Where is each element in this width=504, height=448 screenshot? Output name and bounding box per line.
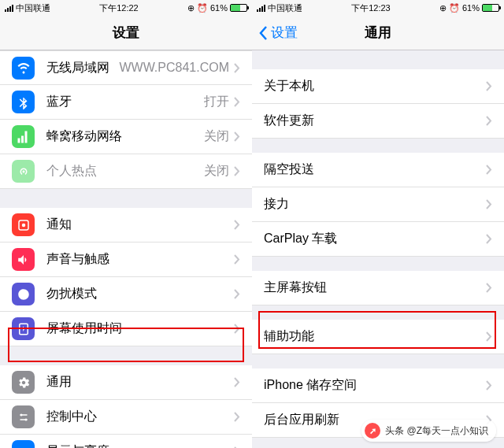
general-icon xyxy=(12,371,35,394)
cell-value: 关闭 xyxy=(204,163,229,180)
dnd-icon xyxy=(12,283,35,305)
cell-label: 软件更新 xyxy=(264,113,486,129)
status-time: 下午12:23 xyxy=(351,2,391,14)
cell-control[interactable]: 控制中心 xyxy=(0,400,252,435)
cell-label: 隔空投送 xyxy=(264,161,486,178)
cell-hotspot[interactable]: 个人热点 关闭 xyxy=(0,154,252,189)
status-time: 下午12:22 xyxy=(99,2,139,14)
cell-label: 通知 xyxy=(46,217,234,233)
cell-cellular[interactable]: 蜂窝移动网络 关闭 xyxy=(0,120,252,154)
cell-label: 无线局域网 xyxy=(46,60,119,76)
chevron-icon xyxy=(234,254,240,265)
back-button[interactable]: 设置 xyxy=(258,24,298,42)
screentime-icon xyxy=(12,317,35,340)
status-bar: 中国联通 下午12:22 ⊕ ⏰61% xyxy=(0,0,252,16)
cell-label: iPhone 储存空间 xyxy=(264,377,486,394)
cell-value: WWW.PC841.COM xyxy=(119,61,229,75)
cell-item[interactable]: 软件更新 xyxy=(252,104,504,139)
cell-label: 声音与触感 xyxy=(46,251,234,268)
alarm-icon: ⊕ ⏰ xyxy=(187,3,208,13)
chevron-icon xyxy=(234,97,240,107)
alarm-icon: ⊕ ⏰ xyxy=(439,3,460,13)
watermark: ➚ 头条 @Z每天一点小知识 xyxy=(361,420,496,442)
battery-percent: 61% xyxy=(462,3,480,13)
cell-sound[interactable]: 声音与触感 xyxy=(0,243,252,277)
chevron-icon xyxy=(486,331,492,342)
chevron-icon xyxy=(234,324,240,334)
chevron-icon xyxy=(234,63,240,73)
cell-label: 控制中心 xyxy=(46,409,234,425)
notification-icon xyxy=(12,213,35,236)
nav-bar: 设置 xyxy=(0,16,252,50)
battery-icon xyxy=(482,4,499,12)
cell-label: 屏幕使用时间 xyxy=(46,320,234,337)
chevron-icon xyxy=(234,220,240,230)
watermark-icon: ➚ xyxy=(365,423,380,439)
carrier: 中国联通 xyxy=(16,2,50,14)
cell-label: 显示与亮度 xyxy=(46,443,234,448)
chevron-icon xyxy=(486,234,492,244)
chevron-icon xyxy=(234,166,240,176)
cell-item[interactable]: 接力 xyxy=(252,187,504,222)
cell-label: CarPlay 车载 xyxy=(264,231,486,247)
cell-label: 关于本机 xyxy=(264,78,486,94)
bluetooth-icon xyxy=(12,91,35,113)
cell-item[interactable]: 隔空投送 xyxy=(252,153,504,187)
page-title: 通用 xyxy=(365,24,391,42)
cell-notification[interactable]: 通知 xyxy=(0,208,252,243)
cell-item[interactable]: 主屏幕按钮 xyxy=(252,271,504,305)
chevron-icon xyxy=(234,131,240,142)
chevron-icon xyxy=(486,199,492,209)
cell-label: 通用 xyxy=(46,374,234,391)
page-title: 设置 xyxy=(113,24,139,42)
display-icon: AA xyxy=(12,440,35,448)
cell-label: 勿扰模式 xyxy=(46,286,234,302)
cell-display[interactable]: AA 显示与亮度 xyxy=(0,435,252,448)
cell-value: 打开 xyxy=(204,94,229,110)
chevron-icon xyxy=(486,380,492,391)
chevron-icon xyxy=(486,283,492,293)
cell-screentime[interactable]: 屏幕使用时间 xyxy=(0,312,252,346)
cell-bluetooth[interactable]: 蓝牙 打开 xyxy=(0,85,252,120)
cell-item[interactable]: iPhone 储存空间 xyxy=(252,368,504,403)
hotspot-icon xyxy=(12,160,35,183)
cell-wifi[interactable]: 无线局域网 WWW.PC841.COM xyxy=(0,50,252,85)
chevron-icon xyxy=(234,412,240,422)
cell-item[interactable]: 辅助功能 xyxy=(252,320,504,354)
svg-point-1 xyxy=(21,223,25,227)
cell-label: 主屏幕按钮 xyxy=(264,280,486,296)
chevron-icon xyxy=(486,116,492,126)
carrier: 中国联通 xyxy=(268,2,302,14)
cell-value: 关闭 xyxy=(204,128,229,145)
cell-general[interactable]: 通用 xyxy=(0,365,252,400)
cellular-icon xyxy=(12,125,35,148)
chevron-icon xyxy=(486,165,492,175)
cell-label: 辅助功能 xyxy=(264,328,486,345)
battery-icon xyxy=(230,4,247,12)
signal-icon xyxy=(5,5,13,12)
cell-dnd[interactable]: 勿扰模式 xyxy=(0,277,252,312)
nav-bar: 设置 通用 xyxy=(252,16,504,50)
control-icon xyxy=(12,405,35,428)
cell-item[interactable]: CarPlay 车载 xyxy=(252,222,504,257)
cell-label: 蜂窝移动网络 xyxy=(46,128,204,145)
cell-label: 个人热点 xyxy=(46,163,204,180)
status-bar: 中国联通 下午12:23 ⊕ ⏰61% xyxy=(252,0,504,16)
cell-label: 接力 xyxy=(264,196,486,213)
cell-item[interactable]: 关于本机 xyxy=(252,69,504,104)
chevron-icon xyxy=(234,377,240,387)
battery-percent: 61% xyxy=(210,3,228,13)
cell-label: 蓝牙 xyxy=(46,94,204,110)
chevron-icon xyxy=(486,81,492,91)
signal-icon xyxy=(257,5,265,12)
chevron-icon xyxy=(234,289,240,299)
sound-icon xyxy=(12,248,35,271)
wifi-icon xyxy=(12,57,35,80)
